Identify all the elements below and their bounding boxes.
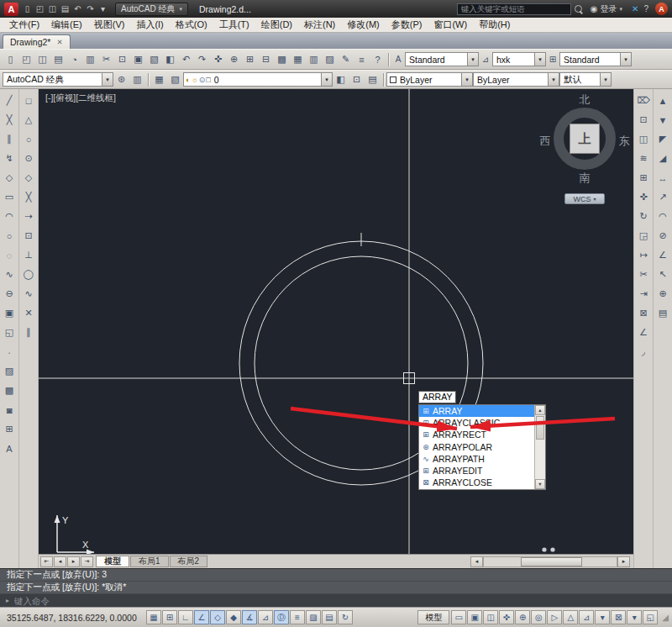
otrack-toggle[interactable]: ∡	[242, 610, 257, 624]
break-icon[interactable]: ⊠	[635, 304, 653, 322]
command-option-arrayrect[interactable]: ⊞ ARRAYRECT	[419, 429, 534, 440]
viewcube-top-face[interactable]: 上	[570, 124, 600, 154]
snap-nearest-icon[interactable]: ∿	[20, 285, 38, 303]
chamfer-icon[interactable]: ∠	[635, 324, 653, 341]
bring-to-front-icon[interactable]: ▲	[654, 92, 672, 109]
layer-properties-manager-icon[interactable]: ▦	[151, 71, 167, 87]
autodesk-360-icon[interactable]: A	[655, 3, 668, 15]
fillet-icon[interactable]: ◞	[635, 343, 653, 361]
snap-perpendicular-icon[interactable]: ⊥	[20, 246, 38, 264]
chevron-down-icon[interactable]: ▾	[102, 73, 113, 86]
command-option-arraypolar[interactable]: ⊛ ARRAYPOLAR	[419, 441, 534, 453]
snap-midpoint-icon[interactable]: △	[20, 111, 38, 129]
zoom-realtime-icon[interactable]: ⊕	[226, 51, 242, 67]
menu-item[interactable]: 视图(V)	[88, 18, 131, 32]
open-file-icon[interactable]: ◰	[18, 51, 34, 67]
zoom-icon[interactable]: ⊕	[515, 610, 530, 624]
drawing-canvas[interactable]: [-][俯视][二维线框] Y	[39, 89, 633, 554]
table-icon[interactable]: ⊞	[1, 420, 18, 438]
spline-icon[interactable]: ∿	[1, 266, 18, 283]
multiline-icon[interactable]: ∥	[1, 130, 18, 148]
menu-item[interactable]: 参数(P)	[386, 18, 428, 32]
stretch-icon[interactable]: ↦	[635, 246, 653, 264]
scroll-right-icon[interactable]: ▸	[617, 556, 630, 567]
insert-block-icon[interactable]: ▣	[1, 304, 18, 322]
layer-states-icon[interactable]: ▤	[365, 71, 381, 87]
tolerance-icon[interactable]: ⊕	[654, 285, 672, 303]
help-icon[interactable]: ?	[641, 4, 651, 13]
scale-icon[interactable]: ◲	[635, 227, 653, 245]
chevron-down-icon[interactable]: ▾	[534, 53, 545, 66]
trim-icon[interactable]: ✂	[635, 266, 653, 283]
extend-icon[interactable]: ⇥	[635, 285, 653, 303]
chevron-down-icon[interactable]: ▾	[461, 73, 472, 86]
menu-item[interactable]: 格式(O)	[170, 18, 213, 32]
redo-icon[interactable]: ↷	[84, 3, 97, 16]
plot-icon[interactable]: ▤	[59, 3, 71, 16]
quick-view-layouts-icon[interactable]: ▣	[467, 610, 482, 624]
menu-item[interactable]: 工具(T)	[213, 18, 255, 32]
save-icon[interactable]: ◫	[46, 3, 59, 16]
pan-icon[interactable]: ✜	[499, 610, 514, 624]
menu-item[interactable]: 标注(N)	[298, 18, 341, 32]
search-icon[interactable]	[574, 4, 584, 14]
command-option-arrayclassic[interactable]: ⊞ ARRAYCLASSIC	[419, 417, 534, 429]
snap-endpoint-icon[interactable]: □	[20, 92, 38, 109]
menu-item[interactable]: 插入(I)	[130, 18, 169, 32]
snap-intersection-icon[interactable]: ╳	[20, 188, 38, 206]
layer-combo[interactable]: ◐☼⊙□ 0 ▾	[183, 72, 333, 87]
hatch-icon[interactable]: ▨	[1, 362, 18, 380]
erase-icon[interactable]: ⌦	[635, 92, 653, 109]
table-style-combo[interactable]: Standard ▾	[559, 52, 632, 66]
match-properties-icon[interactable]: ▧	[146, 51, 162, 67]
quick-view-drawings-icon[interactable]: ◫	[483, 610, 498, 624]
send-to-back-icon[interactable]: ▼	[654, 111, 672, 129]
layout-nav-icon[interactable]: ⇤	[40, 556, 53, 567]
copy-object-icon[interactable]: ⊡	[635, 111, 653, 129]
polar-toggle[interactable]: ∠	[194, 610, 209, 624]
transparency-toggle[interactable]: ▨	[306, 610, 321, 624]
aligned-dimension-icon[interactable]: ↗	[654, 188, 672, 206]
publish-icon[interactable]: ▥	[82, 51, 98, 67]
multiline-text-icon[interactable]: A	[1, 440, 18, 457]
offset-icon[interactable]: ≋	[635, 150, 653, 167]
chevron-down-icon[interactable]: ▾	[620, 53, 631, 66]
help-icon[interactable]: ?	[370, 51, 386, 67]
viewcube-east[interactable]: 东	[617, 134, 632, 149]
workspaces-combo[interactable]: AutoCAD 经典 ▾	[3, 72, 113, 87]
linetype-combo[interactable]: ByLayer ▾	[473, 72, 559, 87]
properties-palette-icon[interactable]: ▩	[274, 51, 290, 67]
leader-icon[interactable]: ↖	[654, 266, 672, 283]
snap-tangent-icon[interactable]: ◯	[20, 266, 38, 283]
revision-cloud-icon[interactable]: ◌	[1, 246, 18, 264]
save-icon[interactable]: ◫	[34, 51, 50, 67]
scroll-left-icon[interactable]: ◂	[470, 556, 483, 567]
markup-manager-icon[interactable]: ✎	[338, 51, 354, 67]
tool-palettes-icon[interactable]: ▥	[306, 51, 322, 67]
open-file-icon[interactable]: ◰	[34, 3, 46, 16]
snap-node-icon[interactable]: ⊙	[20, 150, 38, 167]
gradient-icon[interactable]: ▩	[1, 382, 18, 399]
polygon-icon[interactable]: ◇	[1, 169, 18, 187]
viewport-controls-label[interactable]: [-][俯视][二维线框]	[45, 92, 116, 104]
quickcalc-icon[interactable]: ≡	[354, 51, 370, 67]
paste-icon[interactable]: ▣	[130, 51, 146, 67]
point-icon[interactable]: ∙	[1, 343, 18, 361]
sheet-set-manager-icon[interactable]: ▨	[322, 51, 338, 67]
diameter-dimension-icon[interactable]: ⊘	[654, 227, 672, 245]
command-option-arraypath[interactable]: ∿ ARRAYPATH	[419, 453, 534, 465]
autocad-logo-icon[interactable]: A	[4, 3, 18, 16]
dimension-style-icon[interactable]: ▤	[654, 304, 672, 322]
snap-parallel-icon[interactable]: ∥	[20, 324, 38, 341]
ellipse-icon[interactable]: ⊖	[1, 285, 18, 303]
scrollbar-track[interactable]	[483, 556, 617, 567]
linear-dimension-icon[interactable]: ↔	[654, 169, 672, 187]
exchange-apps-icon[interactable]: ✕	[629, 4, 641, 13]
scrollbar-track[interactable]	[535, 440, 545, 479]
snap-quadrant-icon[interactable]: ◇	[20, 169, 38, 187]
snap-center-icon[interactable]: ○	[20, 130, 38, 148]
chevron-down-icon[interactable]: ▾	[467, 53, 478, 66]
chevron-down-icon[interactable]: ▾	[600, 73, 611, 86]
model-space-button[interactable]: 模型	[417, 610, 449, 624]
annotation-caret-icon[interactable]: ▾	[595, 610, 610, 624]
